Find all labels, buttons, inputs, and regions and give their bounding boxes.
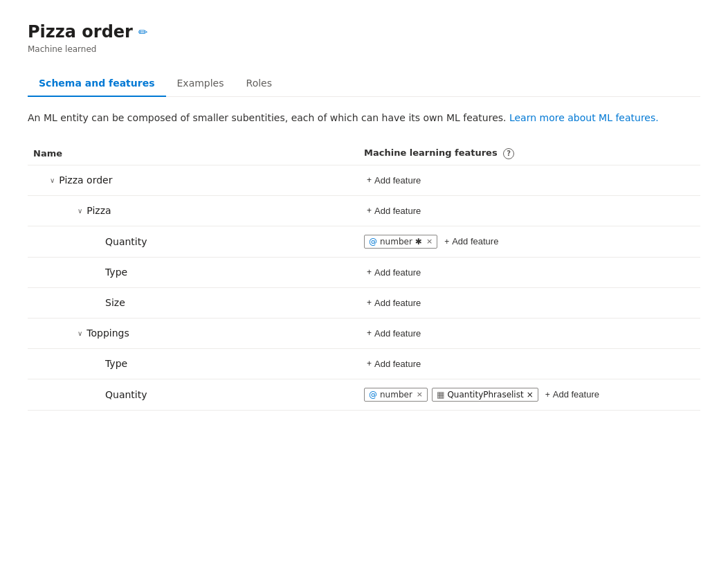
at-icon: @: [369, 390, 377, 400]
col-features-header: Machine learning features ?: [364, 142, 700, 165]
table-row: Type+Add feature: [28, 257, 700, 287]
help-icon[interactable]: ?: [503, 148, 514, 159]
add-feature-button[interactable]: +Add feature: [364, 174, 424, 187]
subtitle: Machine learned: [28, 44, 700, 54]
features-cell: +Add feature: [364, 348, 700, 379]
add-feature-label: Add feature: [374, 359, 421, 369]
table-row: ∨Pizza order+Add feature: [28, 165, 700, 195]
features-cell: +Add feature: [364, 318, 700, 348]
add-feature-button[interactable]: +Add feature: [364, 327, 424, 340]
at-icon: @: [369, 237, 377, 246]
plus-icon: +: [367, 359, 372, 368]
schema-table: Name Machine learning features ? ∨Pizza …: [28, 142, 700, 411]
plus-icon: +: [367, 206, 372, 215]
features-cell: +Add feature: [364, 165, 700, 195]
remove-feature-icon[interactable]: ×: [426, 237, 433, 246]
entity-name: Type: [105, 358, 127, 369]
add-feature-button[interactable]: +Add feature: [364, 296, 424, 310]
phraselist-feature-tag: ▦QuantityPhraselist×: [432, 388, 538, 402]
plus-icon: +: [367, 298, 372, 307]
chevron-icon[interactable]: ∨: [78, 207, 82, 215]
chevron-icon[interactable]: ∨: [78, 330, 82, 337]
add-feature-label: Add feature: [374, 267, 421, 278]
phraselist-tag-name: QuantityPhraselist: [447, 390, 523, 400]
row-name-cell: Size: [28, 287, 364, 318]
row-name-cell: ∨Toppings: [28, 318, 364, 348]
entity-name: Quantity: [105, 389, 147, 400]
add-feature-label: Add feature: [374, 328, 421, 339]
features-cell: +Add feature: [364, 195, 700, 226]
row-name-cell: ∨Pizza order: [28, 165, 364, 195]
table-row: Quantity@number×▦QuantityPhraselist×+Add…: [28, 379, 700, 410]
table-row: Size+Add feature: [28, 287, 700, 318]
plus-icon: +: [367, 175, 372, 185]
entity-name: Toppings: [87, 328, 129, 339]
remove-phraselist-icon[interactable]: ×: [527, 390, 534, 400]
entity-name: Pizza: [87, 205, 111, 216]
add-feature-label: Add feature: [374, 298, 421, 308]
tab-examples[interactable]: Examples: [166, 71, 235, 97]
remove-feature-icon[interactable]: ×: [417, 390, 423, 399]
add-feature-button[interactable]: +Add feature: [364, 266, 424, 279]
entity-name: Quantity: [105, 236, 147, 247]
plus-icon: +: [367, 328, 372, 338]
description: An ML entity can be composed of smaller …: [28, 111, 700, 125]
entity-name: Pizza order: [59, 174, 112, 186]
edit-icon[interactable]: ✏: [138, 26, 147, 39]
plus-icon: +: [444, 237, 449, 246]
features-cell: @number✱×+Add feature: [364, 226, 700, 257]
add-feature-button[interactable]: +Add feature: [442, 235, 501, 248]
tabs: Schema and features Examples Roles: [28, 71, 700, 97]
feature-tag-name: number: [380, 390, 412, 400]
feature-tag-name: number: [380, 237, 412, 246]
plus-icon: +: [367, 267, 372, 277]
features-cell: @number×▦QuantityPhraselist×+Add feature: [364, 379, 700, 410]
add-feature-label: Add feature: [374, 206, 421, 216]
table-row: ∨Toppings+Add feature: [28, 318, 700, 348]
required-star-icon[interactable]: ✱: [415, 237, 422, 246]
learn-more-link[interactable]: Learn more about ML features.: [509, 112, 659, 123]
title-text: Pizza order: [28, 22, 133, 42]
page-title: Pizza order ✏: [28, 22, 700, 42]
chevron-icon[interactable]: ∨: [50, 177, 55, 184]
col-name-header: Name: [28, 142, 364, 165]
add-feature-label: Add feature: [452, 236, 498, 246]
phraselist-icon: ▦: [437, 390, 444, 400]
table-row: Quantity@number✱×+Add feature: [28, 226, 700, 257]
entity-name: Type: [105, 267, 127, 278]
features-cell: +Add feature: [364, 287, 700, 318]
add-feature-button[interactable]: +Add feature: [543, 388, 602, 401]
add-feature-label: Add feature: [374, 175, 421, 186]
table-row: Type+Add feature: [28, 348, 700, 379]
row-name-cell: Quantity: [28, 379, 364, 410]
tab-schema[interactable]: Schema and features: [28, 71, 166, 97]
entity-feature-tag: @number✱×: [364, 235, 437, 249]
table-row: ∨Pizza+Add feature: [28, 195, 700, 226]
plus-icon: +: [545, 390, 550, 400]
row-name-cell: Quantity: [28, 226, 364, 257]
add-feature-button[interactable]: +Add feature: [364, 204, 424, 217]
tab-roles[interactable]: Roles: [235, 71, 283, 97]
row-name-cell: Type: [28, 257, 364, 287]
entity-name: Size: [105, 297, 125, 308]
row-name-cell: ∨Pizza: [28, 195, 364, 226]
add-feature-label: Add feature: [553, 389, 599, 400]
entity-feature-tag: @number×: [364, 388, 428, 402]
add-feature-button[interactable]: +Add feature: [364, 357, 424, 370]
row-name-cell: Type: [28, 348, 364, 379]
description-text: An ML entity can be composed of smaller …: [28, 112, 507, 123]
features-cell: +Add feature: [364, 257, 700, 287]
